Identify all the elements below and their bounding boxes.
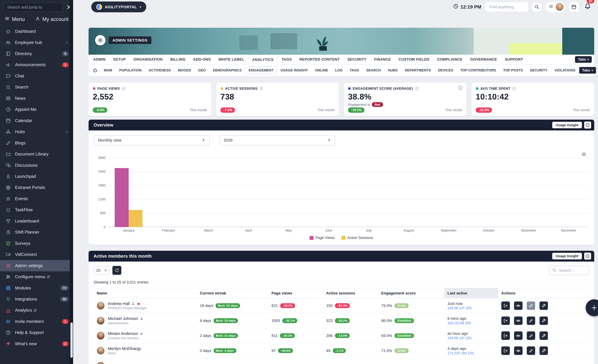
info-icon[interactable] (512, 87, 516, 90)
notifications-button[interactable]: 10 (582, 2, 593, 12)
sidebar-item-what-s-new[interactable]: What's new2 (0, 338, 73, 349)
sidebar-item-announcements[interactable]: Announcements1 (0, 59, 73, 70)
user-menu-button[interactable] (545, 2, 565, 12)
sidebar-item-chat[interactable]: Chat (0, 71, 73, 81)
primary-tabs-button[interactable]: Tabs▾ (575, 56, 592, 63)
sidebar-item-blogs[interactable]: Blogs (0, 137, 73, 148)
sidebar-item-help-support[interactable]: Help & Support (0, 327, 73, 338)
usage-insight-button[interactable]: Usage Insight (552, 122, 582, 129)
pen-action-button[interactable] (527, 316, 535, 325)
column-header-page-views[interactable]: Page views (268, 288, 323, 298)
login-action-button[interactable] (501, 346, 510, 355)
column-header-name[interactable]: Name (94, 288, 197, 298)
refresh-button[interactable] (112, 266, 121, 275)
sidebar-search-input[interactable] (4, 3, 62, 11)
sidebar-item-extranet-portals[interactable]: Extranet Portals (0, 182, 73, 193)
tab-add-ons[interactable]: ADD-ONS (189, 55, 215, 65)
sidebar-item-integrations[interactable]: Integrations30 (0, 294, 73, 305)
sidebar-item-configure-menu[interactable]: Configure menu (0, 271, 73, 283)
secondary-tabs-button[interactable]: Tabs▾ (579, 67, 596, 74)
info-icon[interactable] (259, 87, 263, 90)
tab-billing[interactable]: BILLING (166, 55, 189, 65)
column-header-active-sessions[interactable]: Active sessions (323, 288, 378, 298)
sidebar-item-admin-settings[interactable]: Admin settings (0, 260, 73, 271)
home-tab-button[interactable] (92, 67, 98, 73)
login-action-button[interactable] (501, 316, 510, 325)
pen-action-button[interactable] (527, 346, 535, 355)
wrench-action-button[interactable] (540, 316, 548, 325)
sidebar-item-calendar[interactable]: Calendar (0, 115, 73, 126)
kpi-info-button[interactable] (458, 85, 463, 90)
subtab-geo[interactable]: GEO (195, 66, 209, 74)
sidebar-item-modules[interactable]: Modules72 (0, 283, 73, 293)
login-action-button[interactable] (501, 332, 510, 340)
subtab-hubs[interactable]: HUBS (385, 66, 401, 74)
sidebar-item-discussions[interactable]: Discussions (0, 160, 73, 171)
global-search-input[interactable] (485, 2, 528, 11)
subtab-demographics[interactable]: DEMOGRAPHICS (209, 66, 245, 74)
sidebar-item-shift-planner[interactable]: Shift Planner (0, 227, 73, 238)
sidebar-item-events[interactable]: Events (0, 193, 73, 204)
tab-analytics[interactable]: ANALYTICS (248, 55, 278, 65)
subtab-log[interactable]: LOG (332, 66, 346, 74)
sidebar-item-vidconnect[interactable]: VidConnect (0, 249, 73, 260)
sidebar-item-employee-hub[interactable]: Employee hub (0, 37, 73, 48)
ip-link[interactable]: 116.110.86.200 (448, 321, 471, 325)
info-icon[interactable] (122, 87, 125, 90)
sidebar-item-invite-members[interactable]: Invite members1 (0, 316, 73, 327)
ip-link[interactable]: 171.225.184.103 (448, 351, 473, 355)
tab-support[interactable]: SUPPORT (501, 55, 527, 65)
eye-action-button[interactable] (514, 332, 523, 340)
sidebar-item-analytics[interactable]: Analytics (0, 305, 73, 316)
pen-action-button[interactable] (527, 301, 535, 310)
tab-admin[interactable]: ADMIN (89, 55, 109, 65)
overview-info-button[interactable] (584, 121, 591, 129)
sidebar-item-hubs[interactable]: Hubs (0, 126, 73, 137)
tab-tags[interactable]: TAGS (278, 55, 295, 65)
login-action-button[interactable] (501, 301, 510, 310)
subtab-top-posts[interactable]: TOP POSTS (500, 66, 526, 74)
sidebar-item-directory[interactable]: Directory6 (0, 48, 73, 59)
calendar-button[interactable] (569, 2, 579, 12)
subtab-mam[interactable]: MAM (100, 66, 116, 74)
tab-finance[interactable]: FINANCE (370, 55, 395, 65)
pen-action-button[interactable] (527, 332, 535, 340)
info-icon[interactable] (415, 87, 419, 90)
subtab-departments[interactable]: DEPARTMENTS (401, 66, 434, 74)
subtab-devices[interactable]: DEVICES (435, 66, 457, 74)
year-select[interactable]: 2026▼ (219, 135, 335, 146)
sidebar-item-surveys[interactable]: Surveys (0, 238, 73, 249)
wrench-action-button[interactable] (540, 346, 548, 355)
wrench-action-button[interactable] (540, 332, 548, 340)
my-account-button[interactable]: My account (35, 16, 68, 22)
members-usage-insight-button[interactable]: Usage Insight (552, 253, 582, 259)
subtab-search[interactable]: SEARCH (363, 66, 384, 74)
sidebar-item-appoint-me[interactable]: Appoint Me (0, 104, 73, 115)
brand-button[interactable]: AGILITYPORTAL ▾ (91, 1, 146, 12)
tab-setup[interactable]: SETUP (109, 55, 130, 65)
tab-white-label[interactable]: WHITE LABEL (215, 55, 248, 65)
sidebar-item-dashboard[interactable]: Dashboard (0, 26, 73, 37)
tab-custom-fields[interactable]: CUSTOM FIELDS (395, 55, 433, 65)
wrench-action-button[interactable] (540, 301, 548, 310)
subtab-population[interactable]: POPULATION (116, 66, 145, 74)
eye-action-button[interactable] (514, 346, 523, 355)
global-search-button[interactable] (532, 2, 541, 11)
tab-security[interactable]: SECURITY (344, 55, 370, 65)
menu-toggle-button[interactable]: Menu (5, 16, 25, 22)
column-header-engagement-score[interactable]: Engagement score (378, 288, 444, 298)
subtab-tags[interactable]: TAGS (346, 66, 363, 74)
tab-reported-content[interactable]: REPORTED CONTENT (296, 55, 344, 65)
ip-link[interactable]: 143.58.137.225 (448, 336, 472, 340)
page-size-select[interactable]: 25▼ (94, 266, 110, 275)
tab-compliance[interactable]: COMPLIANCE (433, 55, 466, 65)
table-search-input[interactable] (559, 268, 586, 273)
sidebar-item-leaderboard[interactable]: Leaderboard (0, 216, 73, 227)
sidebar-item-launchpad[interactable]: Launchpad (0, 171, 73, 182)
subtab-online[interactable]: ONLINE (312, 66, 331, 74)
members-info-button[interactable] (584, 253, 591, 259)
subtab-top-contributors[interactable]: TOP CONTRIBUTORS (457, 66, 499, 74)
eye-action-button[interactable] (514, 316, 523, 325)
tab-organisation[interactable]: ORGANISATION (130, 55, 166, 65)
subtab-engagement[interactable]: ENGAGEMENT (245, 66, 277, 74)
